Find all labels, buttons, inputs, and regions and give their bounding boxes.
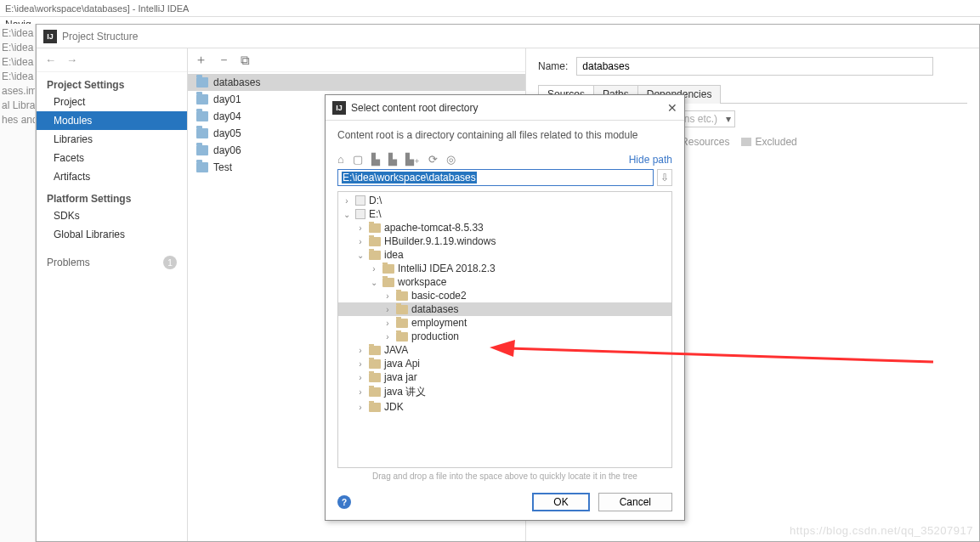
folder-icon (382, 278, 394, 287)
add-icon[interactable]: ＋ (195, 52, 207, 68)
sidebar-item-artifacts[interactable]: Artifacts (37, 167, 187, 186)
close-icon[interactable]: ✕ (667, 101, 677, 115)
folder-icon (396, 332, 408, 342)
project-icon[interactable]: ▙ (371, 153, 380, 166)
mark-option[interactable]: Excluded (741, 136, 796, 148)
path-input[interactable]: E:\idea\workspace\databases (337, 169, 654, 186)
chevron-icon[interactable]: › (355, 346, 365, 355)
chevron-icon[interactable]: ⌄ (369, 278, 379, 287)
tree-label: java Api (384, 358, 420, 370)
chevron-icon[interactable]: › (355, 403, 365, 412)
sidebar-item-sdks[interactable]: SDKs (37, 206, 187, 225)
folder-icon (369, 346, 381, 355)
module-row[interactable]: databases (188, 74, 525, 91)
module-label: day01 (213, 93, 241, 105)
module-icon[interactable]: ▙ (388, 153, 397, 166)
chevron-icon[interactable]: › (382, 291, 393, 301)
sidebar-item-project[interactable]: Project (37, 93, 187, 111)
folder-icon (369, 251, 381, 260)
folder-icon (196, 162, 208, 172)
tree-node[interactable]: ⌄workspace (338, 275, 671, 289)
tree-node[interactable]: ›databases (338, 302, 671, 316)
module-label: day06 (213, 144, 241, 156)
tree-label: JAVA (384, 344, 408, 356)
tree-label: idea (384, 249, 404, 261)
dialog-footer: ? OK Cancel (326, 484, 684, 520)
chevron-icon[interactable]: › (342, 196, 352, 206)
tree-node[interactable]: ›apache-tomcat-8.5.33 (338, 221, 671, 234)
refresh-icon[interactable]: ⟳ (428, 153, 438, 166)
problems-badge: 1 (163, 256, 177, 269)
folder-icon (741, 138, 751, 146)
sidebar-item-problems[interactable]: Problems 1 (37, 251, 187, 274)
sidebar-item-facets[interactable]: Facets (37, 149, 187, 167)
modules-toolbar: ＋ － ⧉ (188, 48, 525, 72)
chevron-icon[interactable]: › (382, 305, 393, 314)
folder-icon (382, 264, 394, 274)
app-window: E:\idea\workspace\databases] - IntelliJ … (0, 0, 980, 542)
sidebar-item-libraries[interactable]: Libraries (37, 130, 187, 149)
chevron-icon[interactable]: › (355, 223, 365, 233)
tree-node[interactable]: ⌄idea (338, 248, 671, 262)
window-title: E:\idea\workspace\databases] - IntelliJ … (0, 0, 980, 17)
remove-icon[interactable]: － (218, 52, 230, 68)
chevron-icon[interactable]: › (355, 373, 365, 382)
problems-label: Problems (47, 257, 90, 268)
chevron-icon[interactable]: ⌄ (355, 251, 365, 260)
desktop-icon[interactable]: ▢ (353, 153, 363, 166)
drag-hint: Drag and drop a file into the space abov… (326, 468, 684, 484)
folder-icon (369, 359, 381, 369)
sidebar-item-modules[interactable]: Modules (37, 111, 187, 130)
home-icon[interactable]: ⌂ (337, 153, 344, 166)
copy-icon[interactable]: ⧉ (241, 53, 250, 68)
path-history-icon[interactable]: ⇩ (657, 169, 672, 186)
tree-node[interactable]: ⌄E:\ (338, 207, 671, 221)
tree-node[interactable]: ›JAVA (338, 343, 671, 357)
tree-node[interactable]: ›JDK (338, 400, 671, 414)
sidebar-item-global-libraries[interactable]: Global Libraries (37, 225, 187, 244)
module-label: Test (213, 161, 232, 173)
tree-label: java 讲义 (384, 385, 426, 399)
chevron-icon[interactable]: › (355, 387, 365, 397)
cancel-button[interactable]: Cancel (598, 493, 672, 511)
chevron-icon[interactable]: › (355, 237, 365, 246)
tree-node[interactable]: ›IntelliJ IDEA 2018.2.3 (338, 262, 671, 275)
watermark: https://blog.csdn.net/qq_35207917 (790, 524, 973, 537)
tree-node[interactable]: ›java 讲义 (338, 384, 671, 400)
chevron-icon[interactable]: › (382, 332, 393, 342)
hide-path-link[interactable]: Hide path (629, 154, 672, 166)
help-icon[interactable]: ? (337, 495, 351, 509)
directory-tree[interactable]: ›D:\⌄E:\›apache-tomcat-8.5.33›HBuilder.9… (337, 191, 672, 468)
tree-node[interactable]: ›D:\ (338, 194, 671, 207)
chevron-icon[interactable]: › (369, 264, 379, 274)
sidebar-nav: ← → (37, 48, 187, 72)
folder-icon (196, 145, 208, 155)
tree-node[interactable]: ›java jar (338, 370, 671, 384)
ok-button[interactable]: OK (532, 493, 589, 511)
tree-node[interactable]: ›production (338, 330, 671, 343)
back-icon[interactable]: ← (45, 54, 56, 66)
module-name-input[interactable] (576, 57, 933, 76)
tree-node[interactable]: ›basic-code2 (338, 289, 671, 302)
new-folder-icon[interactable]: ▙₊ (405, 153, 420, 166)
dialog-description: Content root is a directory containing a… (326, 121, 684, 150)
drive-icon (355, 209, 365, 219)
tree-node[interactable]: ›java Api (338, 357, 671, 370)
folder-icon (196, 94, 208, 104)
tree-node[interactable]: ›employment (338, 316, 671, 330)
folder-icon (369, 223, 381, 233)
dialog-titlebar: IJ Select content root directory ✕ (326, 95, 684, 121)
tree-node[interactable]: ›HBuilder.9.1.19.windows (338, 234, 671, 248)
folder-icon (369, 237, 381, 246)
tree-label: databases (411, 303, 458, 315)
folder-icon (396, 291, 408, 301)
chevron-icon[interactable]: › (355, 359, 365, 369)
chevron-icon[interactable]: › (382, 319, 393, 328)
tree-label: employment (411, 317, 467, 329)
show-hidden-icon[interactable]: ◎ (446, 153, 456, 166)
chevron-icon[interactable]: ⌄ (342, 210, 352, 219)
forward-icon[interactable]: → (66, 54, 77, 66)
folder-icon (369, 387, 381, 397)
tree-label: E:\ (369, 208, 382, 220)
tree-label: JDK (384, 401, 404, 413)
